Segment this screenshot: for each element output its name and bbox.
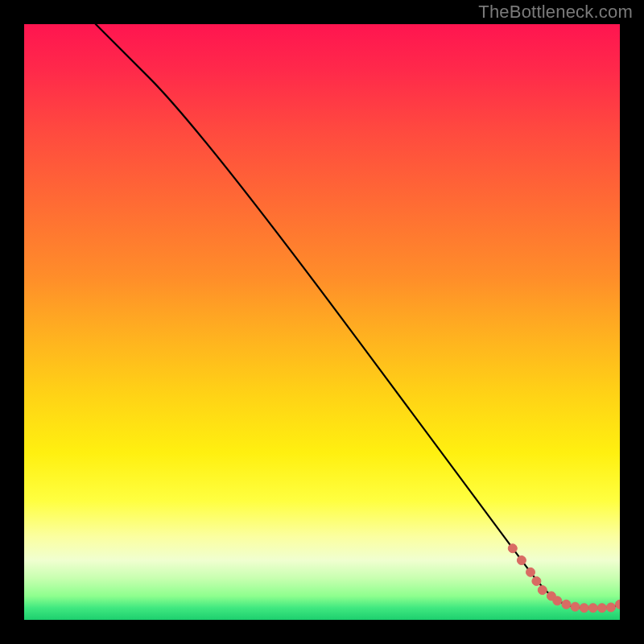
scatter-points-group	[508, 544, 620, 613]
scatter-point	[616, 600, 621, 609]
scatter-point	[562, 600, 571, 609]
scatter-point	[588, 604, 597, 613]
scatter-point	[538, 586, 547, 595]
bottleneck-curve	[96, 24, 620, 608]
scatter-point	[606, 603, 615, 612]
chart-frame: TheBottleneck.com	[0, 0, 644, 644]
scatter-point	[526, 568, 535, 576]
watermark-text: TheBottleneck.com	[478, 2, 633, 23]
scatter-point	[553, 597, 562, 605]
plot-area	[24, 24, 620, 620]
scatter-point	[532, 576, 541, 585]
scatter-point	[597, 604, 606, 613]
scatter-point	[508, 544, 517, 553]
chart-svg	[24, 24, 620, 620]
scatter-point	[580, 604, 588, 613]
scatter-point	[571, 602, 580, 611]
scatter-point	[517, 556, 526, 565]
